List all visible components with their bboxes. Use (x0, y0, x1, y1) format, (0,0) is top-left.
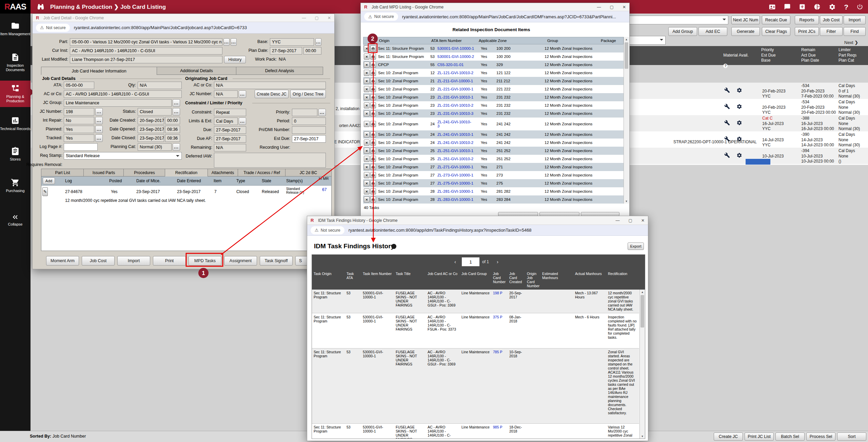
base-browse-button[interactable]: ... (315, 38, 321, 46)
material-help-icon[interactable]: ? (723, 64, 728, 68)
task-signoff-button[interactable]: Task Signoff (260, 256, 293, 266)
idm-row[interactable]: Sec 11: Structure Program53530001-GVI-10… (312, 349, 639, 424)
est-due-field[interactable]: 27-Sep-2017 (292, 135, 326, 143)
maximize-button[interactable]: ▢ (315, 16, 319, 20)
mpd-row[interactable]: Sec 10: Zonal Program28ZL-281-GVI-10000-… (363, 187, 624, 195)
idm-row[interactable]: Sec 11: Structure Program53530001-GVI-10… (312, 314, 639, 349)
maximize-button[interactable]: ▢ (629, 218, 632, 223)
status-field[interactable]: Closed (138, 108, 172, 115)
orig-ac-field[interactable]: N/A (214, 82, 326, 89)
tab-trade-access-ref[interactable]: Trade / Access / Ref (238, 169, 286, 176)
add-box-icon[interactable] (799, 3, 806, 10)
batch-sel-button[interactable]: Batch Sel (775, 433, 805, 441)
pie-chart-icon[interactable] (814, 3, 821, 10)
mpd-row[interactable]: Sec 10: Zonal Program24ZL-241-GVI-10010-… (363, 130, 624, 139)
mpd-scrollbar[interactable]: ▲ ▼ (624, 37, 629, 204)
mpd-row[interactable]: Sec 10: Zonal Program27ZL-275-GVI-10000-… (363, 179, 624, 187)
tab-procedures[interactable]: Procedures (123, 169, 165, 176)
base-field[interactable]: YYC (270, 38, 314, 46)
mpd-row[interactable]: Sec 10: Zonal Program24ZL-241-GVI-10010-… (363, 139, 624, 147)
task-item-link[interactable]: ZL-221-GVI-10000-1 (437, 87, 481, 91)
job-card-link[interactable]: 785 P (491, 349, 508, 355)
jc-number-browse-button[interactable]: ... (95, 108, 103, 115)
orig-jc-number-field[interactable]: N/A (214, 90, 238, 98)
url-text[interactable]: ryantest.aviationintertec.com:8080/app/M… (74, 25, 247, 30)
last-modified-field[interactable]: Liane Thompson on 27-Sep-2017 (70, 56, 222, 63)
print-task-button[interactable] (370, 180, 376, 186)
plan-date-field[interactable]: 27-Sep-2017 (270, 47, 302, 55)
task-item-link[interactable]: ZL-281-GVI-10000-1 (437, 189, 481, 193)
gear-icon[interactable] (736, 104, 742, 109)
task-item-link[interactable]: ZL-231-GVI-10010-2 (437, 103, 481, 107)
wrench-icon[interactable] (724, 87, 730, 93)
mpd-row[interactable]: Sec 10: Zonal Program27ZL-273-GVI-10000-… (363, 171, 624, 179)
scroll-thumb[interactable] (640, 295, 644, 328)
int-repair-browse-button[interactable]: ... (95, 117, 103, 124)
tab-additional-details[interactable]: Additional Details (156, 67, 237, 75)
planning-cat-field[interactable]: Normal (30) (138, 143, 172, 151)
mpd-row[interactable]: CPCP55C55-320-01-01Yes32912 Month Zonal … (363, 61, 624, 69)
minimize-button[interactable]: — (616, 218, 620, 223)
mpd-row[interactable]: Sec 10: Zonal Program21ZL-211-GVI-10000-… (363, 77, 624, 85)
tab-issued-parts[interactable]: Issued Parts (83, 169, 124, 176)
idm-scrollbar[interactable]: ▲ ▼ (639, 290, 645, 439)
print-task-button[interactable] (370, 140, 376, 146)
sidebar-item-purchasing[interactable]: Purchasing (0, 175, 31, 196)
remove-task-button[interactable] (364, 121, 370, 127)
clear-flags-button[interactable]: Clear Flags (762, 27, 790, 36)
print-task-button[interactable] (370, 110, 376, 117)
import-jc-button[interactable]: Import (117, 256, 150, 266)
minimize-button[interactable]: — (597, 5, 601, 9)
add-ec-button[interactable]: Add EC (698, 27, 727, 36)
gear-icon[interactable] (736, 152, 742, 158)
print-task-button[interactable] (370, 86, 376, 92)
wrench-icon[interactable] (724, 104, 730, 109)
sidebar-item-inspection-documents[interactable]: Inspection Documents (0, 50, 31, 75)
mpd-row[interactable]: Sec 10: Zonal Program12ZL-121-GVI-10010-… (363, 69, 624, 77)
tab-job-card-header[interactable]: Job Card Header Information (41, 67, 157, 75)
print-task-button[interactable] (370, 62, 376, 68)
close-button[interactable]: ✕ (328, 16, 331, 20)
next-page-link[interactable]: Next ❯ (844, 40, 858, 45)
gears-icon[interactable] (829, 3, 836, 10)
print-task-button[interactable] (370, 196, 376, 203)
create-jc-button[interactable]: Create JC (714, 433, 743, 441)
help-icon[interactable] (391, 244, 396, 249)
gear-icon[interactable] (736, 120, 742, 126)
remove-task-button[interactable] (364, 156, 370, 162)
next-page-button[interactable]: › (497, 259, 498, 265)
edit-row-button[interactable]: ✎ (42, 187, 48, 196)
task-item-link[interactable]: ZL-275-GVI-10000-1 (437, 181, 481, 185)
remove-task-button[interactable] (364, 78, 370, 84)
not-secure-pill[interactable]: ⚠Not secure (36, 24, 70, 32)
planned-browse-button[interactable]: ... (95, 126, 103, 133)
filter-button[interactable]: Filter (820, 27, 843, 36)
period-field[interactable]: 0 (292, 118, 326, 125)
print-task-button[interactable] (370, 45, 376, 51)
pri-dmi-field[interactable] (292, 126, 326, 134)
prev-page-button[interactable]: ‹ (454, 259, 456, 265)
scroll-up-icon[interactable]: ▲ (640, 290, 645, 294)
import-button[interactable]: Import (844, 16, 866, 24)
jc-group-browse-button[interactable]: ... (173, 99, 180, 107)
wrench-icon[interactable] (724, 120, 730, 126)
remove-task-button[interactable] (364, 94, 370, 100)
print-task-button[interactable] (370, 121, 376, 127)
sidebar-item-item-management[interactable]: Item Management (0, 19, 31, 42)
task-item-link[interactable]: ZL-121-GVI-10010-2 (437, 71, 481, 75)
due-af-field[interactable]: 27-Sep-2017 (214, 135, 246, 143)
limits-ext-browse-button[interactable]: ... (239, 118, 246, 125)
idm-row[interactable]: Sec 11: Structure Program53530001-GVI-10… (312, 424, 639, 439)
priority-field[interactable] (292, 109, 317, 116)
sort-button[interactable]: Sort (837, 433, 866, 441)
mpd-row[interactable]: Sec 10: Zonal Program22ZL-221-GVI-10000-… (363, 85, 624, 93)
in-mr-link[interactable]: 67 (322, 187, 327, 192)
task-item-link[interactable]: ZL-251-GVI-10010-2 (437, 157, 481, 161)
task-item-link[interactable]: ZL-241-GVI-10010-3 (437, 120, 473, 128)
remove-task-button[interactable] (364, 45, 370, 51)
not-secure-pill[interactable]: ⚠Not secure (364, 13, 398, 21)
remove-task-button[interactable] (364, 196, 370, 203)
add-rectification-button[interactable]: Add (43, 177, 55, 184)
constraint-field[interactable]: Repeat (214, 109, 246, 116)
create-desc-jc-button[interactable]: Create Desc JC (255, 90, 289, 98)
